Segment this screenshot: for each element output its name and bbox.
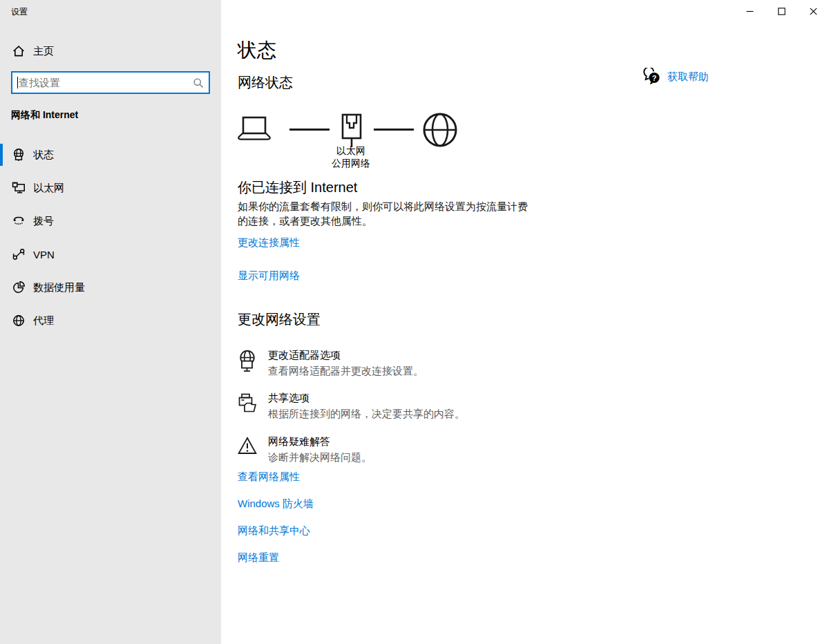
search-input[interactable] <box>12 73 209 93</box>
get-help-link[interactable]: ? 获取帮助 <box>642 68 709 86</box>
connection-line <box>289 129 330 131</box>
sidebar-nav: 状态 以太网 <box>0 138 221 337</box>
setting-item-title: 共享选项 <box>268 391 465 404</box>
get-help-icon: ? <box>642 68 661 86</box>
warning-triangle-icon <box>238 436 257 455</box>
setting-item-description: 诊断并解决网络问题。 <box>268 451 372 464</box>
network-type: 公用网络 <box>303 157 399 169</box>
sidebar-item-ethernet[interactable]: 以太网 <box>0 171 221 205</box>
search-icon[interactable] <box>193 77 204 88</box>
home-icon <box>12 44 26 58</box>
settings-window: 设置 主页 网络和 Internet <box>0 0 829 644</box>
data-usage-icon <box>12 281 26 294</box>
sidebar-item-label: 数据使用量 <box>33 281 85 294</box>
dialup-icon <box>12 214 26 228</box>
maximize-button[interactable] <box>765 0 797 22</box>
sharing-options-item[interactable]: 共享选项 根据所连接到的网络，决定要共享的内容。 <box>238 391 465 420</box>
sidebar-item-proxy[interactable]: 代理 <box>0 304 221 337</box>
show-available-networks-link[interactable]: 显示可用网络 <box>238 269 300 283</box>
selected-accent-bar <box>0 144 3 166</box>
windows-firewall-link[interactable]: Windows 防火墙 <box>238 498 314 511</box>
change-connection-properties-link[interactable]: 更改连接属性 <box>238 236 300 249</box>
sharing-options-icon <box>238 392 257 415</box>
network-reset-link[interactable]: 网络重置 <box>238 551 279 565</box>
network-troubleshooter-item[interactable]: 网络疑难解答 诊断并解决网络问题。 <box>238 435 372 464</box>
sidebar-section-label: 网络和 Internet <box>11 109 78 122</box>
setting-item-description: 根据所连接到的网络，决定要共享的内容。 <box>268 407 465 420</box>
connection-labels: 以太网 公用网络 <box>303 144 399 169</box>
connection-status-text: 如果你的流量套餐有限制，则你可以将此网络设置为按流量计费的连接，或者更改其他属性… <box>238 199 531 228</box>
network-sharing-center-link[interactable]: 网络和共享中心 <box>238 524 310 538</box>
adapter-options-icon <box>238 350 257 373</box>
setting-item-title: 网络疑难解答 <box>268 435 372 448</box>
sidebar-item-label: VPN <box>33 249 55 261</box>
sidebar-item-home[interactable]: 主页 <box>0 39 221 64</box>
change-adapter-options-item[interactable]: 更改适配器选项 查看网络适配器并更改连接设置。 <box>238 348 423 377</box>
sidebar-item-vpn[interactable]: VPN <box>0 238 221 271</box>
vpn-icon <box>12 247 26 261</box>
connection-status-heading: 你已连接到 Internet <box>238 178 357 197</box>
laptop-icon <box>236 115 272 142</box>
sidebar-home-label: 主页 <box>33 45 54 58</box>
network-status-heading: 网络状态 <box>238 73 293 92</box>
close-icon <box>810 8 817 15</box>
setting-item-title: 更改适配器选项 <box>268 348 423 361</box>
close-button[interactable] <box>797 0 829 22</box>
window-controls <box>734 0 829 22</box>
sidebar-item-label: 状态 <box>33 149 54 162</box>
get-help-label: 获取帮助 <box>667 70 709 84</box>
sidebar-item-status[interactable]: 状态 <box>0 138 221 171</box>
setting-item-description: 查看网络适配器并更改连接设置。 <box>268 364 423 377</box>
connection-line <box>374 129 414 131</box>
sidebar-item-label: 拨号 <box>33 215 54 228</box>
network-status-icon <box>12 148 26 162</box>
minimize-button[interactable] <box>734 0 765 22</box>
maximize-icon <box>778 8 785 15</box>
network-diagram: 以太网 公用网络 <box>236 113 526 171</box>
internet-globe-icon <box>421 111 459 149</box>
sidebar: 设置 主页 网络和 Internet <box>0 0 221 644</box>
main-content: 状态 ? 获取帮助 网络状态 <box>221 0 829 644</box>
sidebar-item-data-usage[interactable]: 数据使用量 <box>0 271 221 304</box>
page-title: 状态 <box>238 37 276 64</box>
sidebar-item-label: 以太网 <box>33 182 64 195</box>
proxy-icon <box>12 314 26 328</box>
sidebar-item-label: 代理 <box>33 314 54 328</box>
svg-text:?: ? <box>652 74 657 82</box>
search-box[interactable] <box>11 71 210 94</box>
ethernet-icon <box>12 181 26 195</box>
minimize-icon <box>746 8 754 15</box>
sidebar-item-dialup[interactable]: 拨号 <box>0 205 221 238</box>
view-network-properties-link[interactable]: 查看网络属性 <box>238 471 300 484</box>
change-network-settings-heading: 更改网络设置 <box>238 310 321 329</box>
app-title: 设置 <box>11 6 28 18</box>
connection-name: 以太网 <box>303 144 399 157</box>
